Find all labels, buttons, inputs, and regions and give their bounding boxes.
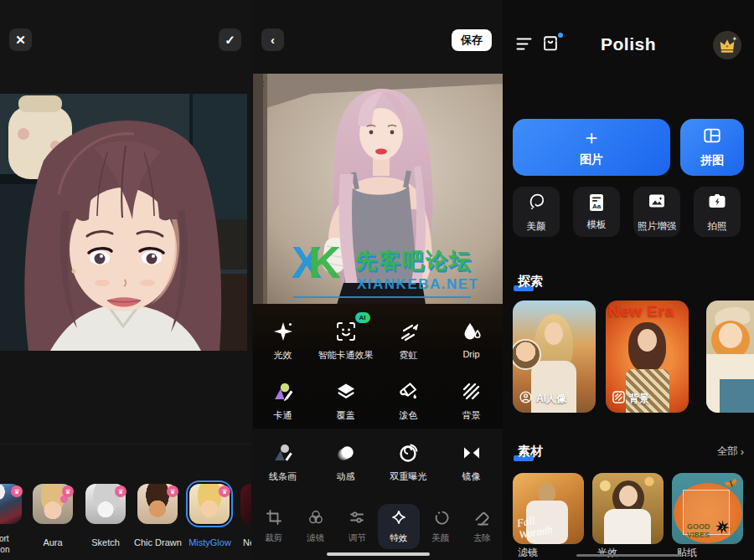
confirm-button[interactable]: ✓ (219, 28, 241, 51)
effect-neon[interactable]: 霓虹 (377, 319, 440, 362)
effect-line-drawing[interactable]: 线条画 (251, 440, 314, 483)
collage-icon (703, 126, 721, 148)
water-drop-icon (461, 319, 483, 344)
crown-badge-icon: ♛ (115, 486, 127, 497)
editor-toolbar: 裁剪 滤镜 调节 特效 美颜 去除 (253, 504, 503, 549)
tab-effects[interactable]: 特效 (378, 504, 420, 549)
divider (0, 444, 251, 444)
tab-remove[interactable]: 去除 (461, 504, 503, 549)
camera-icon (707, 191, 727, 214)
effect-smart-cartoon[interactable]: AI 智能卡通效果 (314, 319, 377, 362)
beauty-tool-button[interactable]: 美颜 (513, 187, 560, 237)
beauty-face-icon (432, 509, 449, 527)
sliders-icon (349, 509, 365, 527)
ai-badge: AI (355, 312, 370, 323)
card-headline: New Era (608, 302, 689, 321)
effects-row-1: 光效 AI 智能卡通效果 霓虹 Drip (251, 319, 503, 362)
figure-sweater (604, 509, 651, 544)
cartoon-icon (272, 379, 294, 404)
back-icon: ‹ (271, 33, 275, 47)
photo-preview: ‹ XK 先客吧论坛 XIANKEBA.NET (253, 74, 503, 429)
style-label: Ne (236, 537, 252, 547)
plus-icon: ＋ (581, 127, 602, 147)
double-exposure-icon (398, 440, 420, 465)
home-indicator (327, 552, 430, 556)
crown-badge-icon: ♛ (167, 486, 178, 497)
material-card-sticker[interactable]: GOOD VIBES ♪ (672, 473, 743, 544)
neon-lines-icon (398, 319, 420, 344)
effect-light[interactable]: 光效 (251, 319, 314, 362)
see-all-link[interactable]: 全部 › (717, 444, 744, 459)
figure-face (719, 323, 742, 348)
line-drawing-icon (272, 440, 294, 465)
effect-mirror[interactable]: 镜像 (440, 440, 503, 483)
effects-row-2: 卡通 覆盖 泼色 背景 (251, 379, 503, 422)
card-label: AI人像 (519, 391, 566, 406)
card-label: 背景 (612, 391, 649, 406)
material-label: 贴纸 (677, 546, 697, 560)
enhance-tool-button[interactable]: 照片增强 (633, 187, 680, 237)
save-button[interactable]: 保存 (452, 29, 492, 51)
explore-card-cartoon[interactable] (706, 301, 754, 413)
crown-badge-icon: ♛ (219, 486, 230, 497)
layers-icon (335, 379, 357, 404)
figure-face (545, 322, 563, 345)
premium-crown-button[interactable] (713, 31, 741, 59)
explore-card-ai-portrait[interactable]: AI人像 (513, 301, 596, 413)
style-thumb-ne[interactable] (240, 484, 252, 524)
template-tool-button[interactable]: Aa 模板 (573, 187, 620, 237)
effect-splash[interactable]: 泼色 (377, 379, 440, 422)
sticker-text: GOOD VIBES (687, 523, 710, 540)
effect-background[interactable]: 背景 (440, 379, 503, 422)
motion-blur-icon (335, 440, 357, 465)
effect-cartoon[interactable]: 卡通 (251, 379, 314, 422)
eraser-icon (473, 509, 490, 527)
person-circle-icon (519, 391, 532, 406)
crown-icon (717, 35, 737, 55)
materials-section-title: 素材 (518, 444, 543, 460)
effects-editor-panel: ‹ 保存 (251, 0, 504, 560)
effects-row-3: 线条画 动感 双重曝光 镜像 (251, 440, 503, 483)
effect-double-exposure[interactable]: 双重曝光 (377, 440, 440, 483)
style-label: Aura (33, 537, 73, 547)
figure-overalls (720, 379, 754, 413)
style-label-selected: MistyGlow (174, 537, 245, 547)
butterfly-icon (724, 476, 739, 495)
material-label: 滤镜 (518, 546, 538, 560)
add-image-button[interactable]: ＋ 图片 (513, 119, 670, 176)
sparkle-diamond-icon (390, 509, 407, 527)
close-icon: ✕ (15, 33, 26, 48)
collage-button[interactable]: 拼图 (680, 119, 744, 176)
face-scan-icon: AI (335, 319, 357, 344)
back-button[interactable]: ‹ (261, 28, 284, 51)
screenshot-root: ✕ ✓ (0, 0, 754, 560)
mirror-icon (461, 440, 483, 465)
material-card-light[interactable] (592, 473, 664, 544)
explore-section-title: 探索 (518, 274, 543, 290)
left-editor-panel: ✕ ✓ (0, 0, 252, 560)
explore-card-background[interactable]: New Era 背景 (606, 301, 689, 413)
material-card-filter[interactable]: Fall Warmth (513, 473, 584, 544)
photo-back-chevron-icon[interactable]: ‹ (260, 74, 265, 92)
diagonal-stripes-icon (461, 379, 483, 404)
effect-motion[interactable]: 动感 (314, 440, 377, 483)
crown-badge-icon: ♛ (62, 486, 74, 497)
anime-portrait-preview (0, 94, 247, 351)
confirm-icon: ✓ (225, 33, 235, 48)
figure-face (638, 329, 657, 352)
camera-tool-button[interactable]: 拍照 (694, 187, 741, 237)
tab-adjust[interactable]: 调节 (336, 504, 378, 549)
close-button[interactable]: ✕ (9, 28, 32, 51)
tab-crop[interactable]: 裁剪 (253, 504, 295, 549)
chevron-right-icon: › (741, 446, 744, 458)
filter-circles-icon (307, 509, 324, 527)
effect-overlay[interactable]: 覆盖 (314, 379, 377, 422)
tab-filter[interactable]: 滤镜 (295, 504, 337, 549)
template-icon: Aa (586, 193, 607, 213)
photo-enhance-icon (647, 191, 667, 214)
style-label: porthion (0, 534, 22, 555)
tab-beauty[interactable]: 美颜 (420, 504, 462, 549)
effect-drip[interactable]: Drip (440, 319, 503, 362)
home-panel: Polish ＋ 图片 拼图 美颜 Aa 模板 照片增强 (503, 0, 754, 560)
anime-portrait-art (0, 94, 247, 351)
